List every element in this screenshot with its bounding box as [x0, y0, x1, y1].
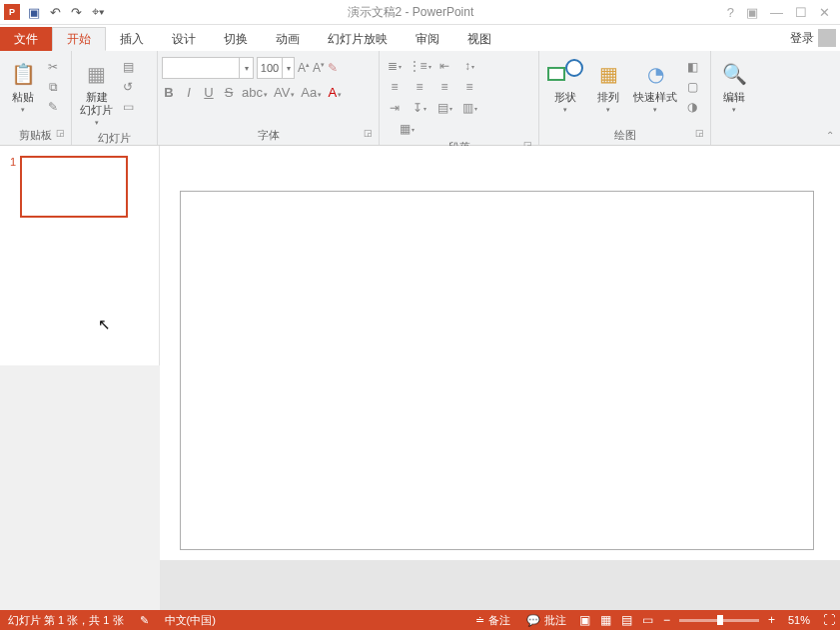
normal-view-icon[interactable]: ▣	[574, 613, 595, 627]
decrease-indent-button[interactable]: ⇤	[433, 57, 455, 75]
slide-thumbnail[interactable]	[20, 156, 128, 218]
launcher-icon[interactable]: ◲	[364, 128, 373, 138]
save-icon[interactable]: ▣	[28, 5, 40, 20]
strikethrough-button[interactable]: S	[222, 85, 236, 100]
columns-button[interactable]: ▥	[458, 99, 480, 117]
decrease-font-icon[interactable]: A▾	[313, 61, 325, 75]
zoom-level[interactable]: 51%	[780, 614, 818, 626]
paste-button[interactable]: 📋 粘贴 ▾	[4, 57, 42, 116]
help-icon[interactable]: ?	[727, 5, 734, 20]
section-icon[interactable]: ▭	[119, 99, 137, 115]
shape-effects-icon[interactable]: ◑	[683, 99, 701, 115]
fit-to-window-icon[interactable]: ⛶	[818, 613, 840, 627]
cut-icon[interactable]: ✂	[44, 59, 62, 75]
collapse-ribbon-icon[interactable]: ⌃	[826, 130, 834, 141]
editing-label: 编辑	[723, 91, 745, 104]
tab-slideshow[interactable]: 幻灯片放映	[314, 27, 402, 51]
bold-button[interactable]: B	[162, 85, 176, 100]
align-text-button[interactable]: ▤	[433, 99, 455, 117]
numbering-button[interactable]: ⋮≡	[409, 57, 430, 75]
copy-icon[interactable]: ⧉	[44, 79, 62, 95]
shapes-button[interactable]: 形状 ▾	[543, 57, 587, 116]
convert-smartart-button[interactable]: ▦	[384, 120, 430, 138]
start-from-beginning-icon[interactable]: ⌖▾	[92, 4, 104, 20]
layout-icon[interactable]: ▤	[119, 59, 137, 75]
slideshow-view-icon[interactable]: ▭	[637, 613, 658, 627]
login-button[interactable]: 登录	[786, 25, 840, 51]
increase-indent-button[interactable]: ⇥	[384, 99, 406, 117]
zoom-slider-thumb[interactable]	[717, 615, 723, 625]
shape-outline-icon[interactable]: ▢	[683, 79, 701, 95]
status-language[interactable]: 中文(中国)	[157, 613, 224, 628]
zoom-out-icon[interactable]: −	[658, 613, 675, 627]
font-size-combo[interactable]: 100 ▾	[257, 57, 295, 79]
shapes-label: 形状	[554, 91, 576, 104]
tab-view[interactable]: 视图	[453, 27, 505, 51]
italic-button[interactable]: I	[182, 85, 196, 100]
tab-home[interactable]: 开始	[52, 27, 106, 51]
zoom-slider[interactable]	[679, 619, 759, 622]
launcher-icon[interactable]: ◲	[695, 128, 704, 138]
undo-icon[interactable]: ↶	[50, 5, 61, 20]
notes-button[interactable]: ≐备注	[467, 613, 518, 628]
find-icon: 🔍	[722, 59, 747, 89]
arrange-button[interactable]: ▦ 排列 ▾	[589, 57, 627, 116]
notes-label: 备注	[488, 613, 510, 628]
ribbon-display-icon[interactable]: ▣	[746, 5, 758, 20]
zoom-in-icon[interactable]: +	[763, 613, 780, 627]
group-clipboard-label: 剪贴板	[19, 129, 52, 141]
quick-styles-label: 快速样式	[633, 91, 677, 104]
launcher-icon[interactable]: ◲	[56, 128, 65, 138]
tab-review[interactable]: 审阅	[402, 27, 453, 51]
underline-button[interactable]: U	[202, 85, 216, 100]
chevron-down-icon: ▾	[606, 106, 610, 114]
comments-icon: 💬	[526, 614, 540, 627]
format-painter-icon[interactable]: ✎	[44, 99, 62, 115]
align-left-button[interactable]: ≡	[384, 78, 406, 96]
tab-design[interactable]: 设计	[158, 27, 210, 51]
shape-fill-icon[interactable]: ◧	[683, 59, 701, 75]
justify-button[interactable]: ≡	[458, 78, 480, 96]
comments-button[interactable]: 💬批注	[518, 613, 574, 628]
chevron-down-icon: ▾	[282, 58, 294, 78]
font-color-button[interactable]: A	[328, 85, 342, 100]
maximize-icon[interactable]: ☐	[795, 5, 807, 20]
minimize-icon[interactable]: —	[770, 5, 783, 20]
group-font: ▾ 100 ▾ A▴ A▾ ✎ B I U S abc AV Aa A	[158, 51, 380, 145]
spellcheck-icon[interactable]: ✎	[132, 614, 157, 627]
new-slide-button[interactable]: ▦ 新建 幻灯片 ▾	[76, 57, 117, 129]
tab-file[interactable]: 文件	[0, 27, 52, 51]
bullets-button[interactable]: ≣	[384, 57, 406, 75]
char-spacing-button[interactable]: AV	[274, 85, 295, 100]
align-center-button[interactable]: ≡	[409, 78, 430, 96]
font-size-value: 100	[258, 62, 282, 74]
close-icon[interactable]: ✕	[819, 5, 830, 20]
change-case-button[interactable]: Aa	[301, 85, 322, 100]
line-spacing-button[interactable]: ↕	[458, 57, 480, 75]
status-slide-indicator[interactable]: 幻灯片 第 1 张，共 1 张	[0, 613, 132, 628]
shadow-button[interactable]: abc	[242, 85, 268, 100]
reset-icon[interactable]: ↺	[119, 79, 137, 95]
tab-insert[interactable]: 插入	[106, 27, 158, 51]
slide-sorter-view-icon[interactable]: ▦	[595, 613, 616, 627]
tab-animations[interactable]: 动画	[262, 27, 314, 51]
redo-icon[interactable]: ↷	[71, 5, 82, 20]
login-label: 登录	[790, 30, 814, 47]
editing-button[interactable]: 🔍 编辑 ▾	[715, 57, 753, 116]
paste-icon: 📋	[11, 59, 36, 89]
text-direction-button[interactable]: ↧	[409, 99, 430, 117]
ribbon: 📋 粘贴 ▾ ✂ ⧉ ✎ 剪贴板◲ ▦ 新建 幻灯片 ▾ ▤ ↺ ▭	[0, 51, 840, 146]
increase-font-icon[interactable]: A▴	[298, 61, 310, 75]
chevron-down-icon: ▾	[95, 119, 99, 127]
paste-label: 粘贴	[12, 91, 34, 104]
reading-view-icon[interactable]: ▤	[616, 613, 637, 627]
avatar-icon	[818, 29, 836, 47]
slide-canvas[interactable]	[180, 191, 814, 550]
shapes-icon	[547, 59, 583, 89]
quick-styles-button[interactable]: ◔ 快速样式 ▾	[629, 57, 681, 116]
clear-formatting-icon[interactable]: ✎	[328, 61, 338, 75]
group-drawing-label: 绘图	[614, 129, 636, 141]
align-right-button[interactable]: ≡	[433, 78, 455, 96]
tab-transitions[interactable]: 切换	[210, 27, 262, 51]
font-name-combo[interactable]: ▾	[162, 57, 254, 79]
